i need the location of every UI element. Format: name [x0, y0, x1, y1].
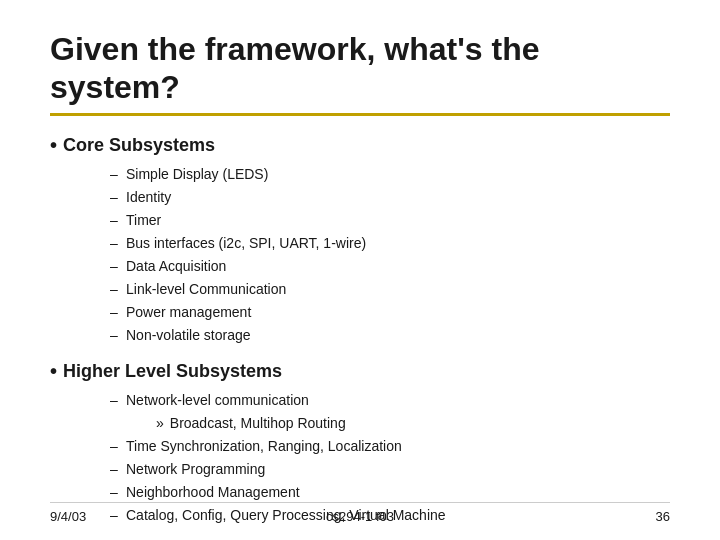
higher-bullet: •	[50, 360, 57, 383]
title-line1: Given the framework, what's the	[50, 31, 540, 67]
list-item: –Timer	[110, 209, 670, 232]
footer: 9/4/03 cs294-1 f03 36	[50, 502, 670, 524]
list-item: –Link-level Communication	[110, 278, 670, 301]
list-item: –Identity	[110, 186, 670, 209]
core-subsystems-header: • Core Subsystems	[50, 134, 670, 157]
slide-title: Given the framework, what's the system?	[50, 30, 670, 107]
footer-center: cs294-1 f03	[326, 509, 394, 524]
list-item: –Power management	[110, 301, 670, 324]
core-bullet: •	[50, 134, 57, 157]
title-line2: system?	[50, 69, 180, 105]
list-item: – Network-level communication » Broadcas…	[110, 389, 670, 435]
list-item: –Bus interfaces (i2c, SPI, UART, 1-wire)	[110, 232, 670, 255]
list-item: –Non-volatile storage	[110, 324, 670, 347]
sub-sub-item: » Broadcast, Multihop Routing	[156, 412, 346, 435]
footer-left: 9/4/03	[50, 509, 86, 524]
list-item: –Network Programming	[110, 458, 670, 481]
list-item: –Time Synchronization, Ranging, Localiza…	[110, 435, 670, 458]
footer-right: 36	[656, 509, 670, 524]
list-item: –Data Acquisition	[110, 255, 670, 278]
higher-item-0: Network-level communication	[126, 392, 309, 408]
core-header-text: Core Subsystems	[63, 135, 215, 156]
higher-subsystems-header: • Higher Level Subsystems	[50, 360, 670, 383]
core-items-list: –Simple Display (LEDS) –Identity –Timer …	[110, 163, 670, 348]
list-item: –Simple Display (LEDS)	[110, 163, 670, 186]
sub-sub-list: » Broadcast, Multihop Routing	[156, 412, 346, 435]
higher-header-text: Higher Level Subsystems	[63, 361, 282, 382]
list-item: –Neighborhood Management	[110, 481, 670, 504]
slide: Given the framework, what's the system? …	[0, 0, 720, 540]
title-underline	[50, 113, 670, 116]
